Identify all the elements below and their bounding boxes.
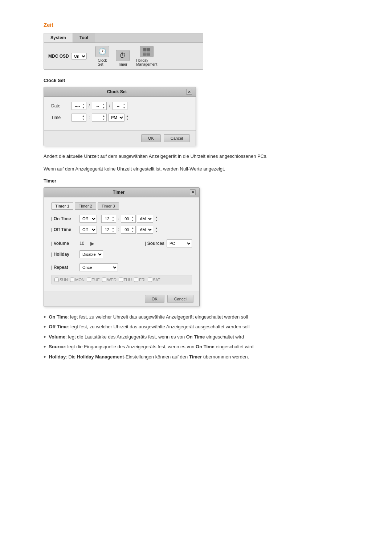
clock-set-icon-item[interactable]: 🕐 ClockSet	[95, 46, 109, 66]
off-time-ampm-up[interactable]: ▲	[155, 226, 158, 230]
day-thu[interactable]: THU	[119, 278, 132, 282]
volume-label: Volume	[51, 241, 77, 246]
timer-cancel-button[interactable]: Cancel	[167, 295, 193, 303]
day-sat[interactable]: SAT	[148, 278, 160, 282]
on-time-hour-arrows[interactable]: ▲ ▼	[112, 216, 114, 222]
clock-description-2: Wenn auf dem Anzeigegerät keine Uhrzeit …	[44, 165, 341, 173]
date-year-arrows[interactable]: ▲ ▼	[82, 103, 85, 109]
timer-tab-1[interactable]: Timer 1	[51, 202, 73, 210]
off-time-hour-up[interactable]: ▲	[112, 226, 114, 230]
on-time-hour-down[interactable]: ▼	[112, 219, 114, 222]
on-time-select[interactable]: Off On	[79, 215, 97, 223]
holiday-icon-item[interactable]: ▦▦▦▦ HolidayManagement	[136, 46, 157, 66]
on-time-hour-up[interactable]: ▲	[112, 216, 114, 219]
tool-tab[interactable]: Tool	[73, 33, 95, 42]
time-minute-spinner[interactable]: -- ▲ ▼	[92, 114, 107, 122]
time-hour-arrows[interactable]: ▲ ▼	[82, 114, 85, 121]
off-time-ampm-down[interactable]: ▼	[155, 230, 158, 233]
time-hour-up[interactable]: ▲	[82, 114, 85, 118]
date-day-spinner[interactable]: -- ▲ ▼	[113, 102, 127, 110]
off-time-min-spinner[interactable]: 00 ▲ ▼	[121, 226, 136, 234]
on-time-bold: On Time	[49, 314, 68, 320]
time-minute-arrows[interactable]: ▲ ▼	[102, 114, 105, 121]
date-month-down[interactable]: ▼	[102, 106, 105, 109]
day-fri[interactable]: FRI	[134, 278, 146, 282]
day-wed-checkbox[interactable]	[102, 278, 106, 282]
ampm-down[interactable]: ▼	[126, 118, 128, 121]
volume-increase-button[interactable]: ▶	[90, 241, 94, 246]
day-mon-checkbox[interactable]	[70, 278, 74, 282]
date-day-arrows[interactable]: ▲ ▼	[123, 103, 126, 109]
off-time-ampm-select[interactable]: AM PM	[137, 226, 153, 234]
off-time-select[interactable]: Off On	[79, 226, 97, 234]
clock-set-footer: OK Cancel	[44, 130, 196, 146]
date-month-arrows[interactable]: ▲ ▼	[102, 103, 105, 109]
clock-set-cancel-button[interactable]: Cancel	[164, 134, 190, 142]
bullet-holiday-text: Holiday: Die Holiday Management-Einstell…	[49, 353, 249, 361]
ampm-arrows[interactable]: ▲ ▼	[126, 114, 128, 121]
off-time-min-arrows[interactable]: ▲ ▼	[131, 226, 134, 233]
on-time-hour-spinner[interactable]: 12 ▲ ▼	[101, 215, 116, 223]
sources-select[interactable]: PC HDMI	[167, 239, 192, 247]
day-sun-checkbox[interactable]	[54, 278, 59, 282]
time-minute-down[interactable]: ▼	[102, 118, 105, 121]
off-time-hour-down[interactable]: ▼	[112, 230, 114, 233]
on-time-hour-value: 12	[103, 217, 111, 221]
bullet-volume-text: Volume: legt die Lautstärke des Anzeigeg…	[49, 333, 244, 341]
timer-tab-2[interactable]: Timer 2	[75, 202, 96, 210]
day-sat-checkbox[interactable]	[148, 278, 152, 282]
clock-set-ok-button[interactable]: OK	[141, 134, 161, 142]
timer-ok-button[interactable]: OK	[145, 295, 164, 303]
on-time-ampm-up[interactable]: ▲	[155, 216, 158, 219]
date-month-spinner[interactable]: -- ▲ ▼	[92, 102, 107, 110]
repeat-select[interactable]: Once Daily Mon~Fri Mon~Sat Sat~Sun Every…	[79, 263, 118, 271]
date-month-up[interactable]: ▲	[102, 103, 105, 106]
ampm-up[interactable]: ▲	[126, 114, 128, 118]
holiday-select[interactable]: Disable Enable	[79, 250, 103, 258]
off-time-min-down[interactable]: ▼	[131, 230, 134, 233]
date-day-up[interactable]: ▲	[123, 103, 126, 106]
bullet-holiday: • Holiday: Die Holiday Management-Einste…	[44, 353, 341, 361]
system-tab[interactable]: System	[44, 33, 73, 42]
on-time-ampm-arrows[interactable]: ▲ ▼	[155, 216, 158, 222]
on-time-min-arrows[interactable]: ▲ ▼	[131, 216, 134, 222]
volume-sources-row: Volume 10 ▶ Sources PC HDMI	[51, 239, 192, 247]
date-year-up[interactable]: ▲	[82, 103, 85, 106]
timer-tab-3[interactable]: Timer 3	[98, 202, 119, 210]
day-fri-checkbox[interactable]	[134, 278, 138, 282]
off-time-row: Off Time Off On 12 ▲ ▼ : 00	[51, 226, 192, 234]
day-thu-checkbox[interactable]	[119, 278, 123, 282]
on-time-min-down[interactable]: ▼	[131, 219, 134, 222]
mdc-osd-select[interactable]: On Off	[71, 53, 87, 59]
timer-close-button[interactable]: ✕	[190, 189, 196, 195]
off-time-label: Off Time	[51, 227, 77, 232]
time-minute-up[interactable]: ▲	[102, 114, 105, 118]
bullet-on-time: • On Time: legt fest, zu welcher Uhrzeit…	[44, 313, 341, 321]
date-year-spinner[interactable]: ---- ▲ ▼	[72, 102, 86, 110]
time-minute-value: --	[94, 115, 102, 120]
day-tue[interactable]: TUE	[87, 278, 100, 282]
source-bold: Source	[49, 344, 65, 349]
on-time-ampm-select[interactable]: AM PM	[137, 215, 153, 223]
time-hour-spinner[interactable]: -- ▲ ▼	[72, 114, 86, 122]
off-time-hour-spinner[interactable]: 12 ▲ ▼	[101, 226, 116, 234]
on-time-min-up[interactable]: ▲	[131, 216, 134, 219]
day-tue-checkbox[interactable]	[87, 278, 91, 282]
timer-icon-item[interactable]: ⏱ Timer	[116, 50, 130, 66]
off-time-hour-arrows[interactable]: ▲ ▼	[112, 226, 114, 233]
clock-description-1: Ändert die aktuelle Uhrzeit auf dem ausg…	[44, 153, 341, 160]
off-time-ampm-arrows[interactable]: ▲ ▼	[155, 226, 158, 233]
off-time-min-up[interactable]: ▲	[131, 226, 134, 230]
on-time-min-spinner[interactable]: 00 ▲ ▼	[121, 215, 136, 223]
day-mon[interactable]: MON	[70, 278, 85, 282]
day-sun[interactable]: SUN	[54, 278, 68, 282]
time-ampm-select[interactable]: PM AM	[108, 114, 124, 122]
timer-body: Timer 1 Timer 2 Timer 3 On Time Off On 1…	[44, 197, 199, 291]
date-year-down[interactable]: ▼	[82, 106, 85, 109]
day-wed[interactable]: WED	[102, 278, 117, 282]
clock-set-close-button[interactable]: ✕	[186, 89, 192, 95]
date-day-down[interactable]: ▼	[123, 106, 126, 109]
time-label: Time	[51, 115, 69, 120]
on-time-ampm-down[interactable]: ▼	[155, 219, 158, 222]
time-hour-down[interactable]: ▼	[82, 118, 85, 121]
